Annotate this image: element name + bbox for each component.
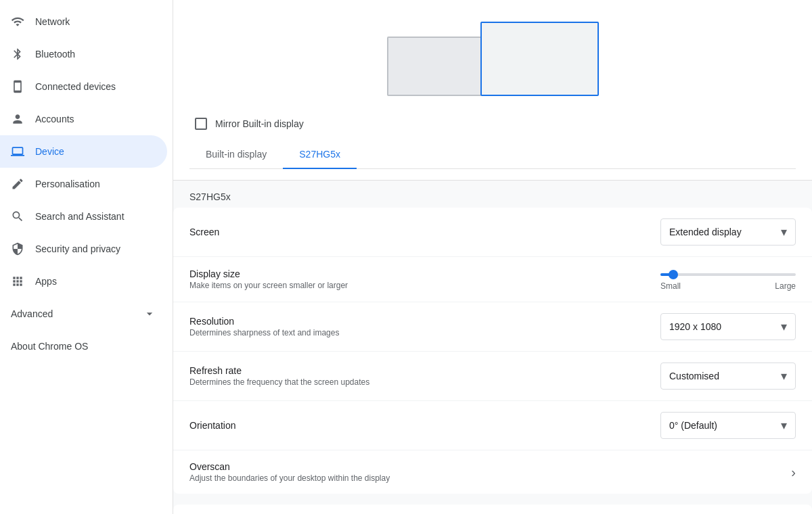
- sidebar-item-bluetooth-label: Bluetooth: [35, 49, 75, 60]
- sidebar-item-security[interactable]: Security and privacy: [0, 233, 167, 265]
- orientation-dropdown-value: 0° (Default): [669, 420, 717, 431]
- dropdown-arrow-orientation: ▾: [781, 418, 787, 433]
- security-icon: [11, 242, 24, 256]
- night-light-header: Night Light Make it easier to look at yo…: [173, 505, 812, 514]
- sidebar-about-label: About Chrome OS: [11, 341, 88, 352]
- phone-android-icon: [11, 80, 24, 93]
- resolution-dropdown[interactable]: 1920 x 1080 ▾: [660, 313, 796, 340]
- setting-row-overscan[interactable]: Overscan Adjust the boundaries of your d…: [173, 450, 812, 494]
- refresh-rate-label: Refresh rate: [189, 365, 369, 376]
- sidebar-item-device[interactable]: Device: [0, 135, 167, 168]
- sidebar-item-connected-devices-label: Connected devices: [35, 81, 116, 92]
- sidebar-item-personalisation-label: Personalisation: [35, 179, 100, 189]
- bluetooth-icon: [11, 47, 24, 61]
- overscan-label: Overscan: [189, 461, 390, 472]
- search-icon: [11, 210, 24, 223]
- orientation-label: Orientation: [189, 420, 235, 431]
- display-size-slider-container: Small Large: [660, 268, 796, 291]
- screen-label: Screen: [189, 227, 219, 237]
- builtin-display-box: [387, 37, 482, 96]
- setting-row-orientation: Orientation 0° (Default) ▾: [173, 401, 812, 450]
- overscan-chevron-right-icon: ›: [791, 465, 796, 480]
- settings-area: Screen Extended display ▾ Display size M…: [173, 208, 812, 494]
- chevron-down-icon: [143, 307, 156, 321]
- sidebar-item-network[interactable]: Network: [0, 5, 167, 38]
- mirror-row: Mirror Built-in display: [189, 118, 796, 130]
- tab-s27hg5x[interactable]: S27HG5x: [283, 141, 357, 169]
- overscan-sublabel: Adjust the boundaries of your desktop wi…: [189, 473, 390, 483]
- display-preview: [189, 11, 796, 101]
- refresh-rate-dropdown-value: Customised: [669, 371, 719, 381]
- wifi-icon: [11, 15, 24, 28]
- sidebar-item-device-label: Device: [35, 146, 64, 157]
- screen-dropdown[interactable]: Extended display ▾: [660, 218, 796, 246]
- dropdown-arrow-screen: ▾: [781, 225, 787, 239]
- slider-min-label: Small: [660, 281, 681, 291]
- setting-row-refresh-rate: Refresh rate Determines the frequency th…: [173, 352, 812, 401]
- tab-built-in[interactable]: Built-in display: [189, 141, 283, 169]
- sidebar-advanced-label: Advanced: [11, 308, 53, 319]
- display-size-label: Display size: [189, 268, 348, 279]
- sidebar-item-search-label: Search and Assistant: [35, 211, 125, 222]
- refresh-rate-dropdown[interactable]: Customised ▾: [660, 363, 796, 390]
- refresh-rate-sublabel: Determines the frequency that the screen…: [189, 377, 369, 387]
- orientation-dropdown[interactable]: 0° (Default) ▾: [660, 412, 796, 439]
- sidebar: Network Bluetooth Connected devices Acco…: [0, 0, 173, 514]
- external-display-box: [480, 22, 599, 96]
- resolution-label: Resolution: [189, 316, 339, 327]
- sidebar-item-connected-devices[interactable]: Connected devices: [0, 70, 167, 103]
- resolution-dropdown-value: 1920 x 1080: [669, 321, 721, 332]
- screen-dropdown-value: Extended display: [669, 227, 742, 237]
- slider-thumb[interactable]: [669, 270, 678, 279]
- sidebar-item-accounts[interactable]: Accounts: [0, 103, 167, 135]
- setting-row-screen: Screen Extended display ▾: [173, 208, 812, 257]
- setting-row-display-size: Display size Make items on your screen s…: [173, 257, 812, 302]
- edit-icon: [11, 177, 24, 191]
- main-content: Mirror Built-in display Built-in display…: [173, 0, 812, 514]
- apps-icon: [11, 275, 24, 288]
- mirror-checkbox[interactable]: [195, 118, 207, 130]
- sidebar-item-apps[interactable]: Apps: [0, 265, 167, 298]
- display-size-slider-track[interactable]: [660, 273, 796, 276]
- laptop-icon: [11, 145, 24, 158]
- sidebar-item-bluetooth[interactable]: Bluetooth: [0, 38, 167, 70]
- night-light-section: Night Light Make it easier to look at yo…: [173, 505, 812, 514]
- dropdown-arrow-refresh-rate: ▾: [781, 369, 787, 383]
- sidebar-item-security-label: Security and privacy: [35, 243, 120, 254]
- person-icon: [11, 112, 24, 126]
- display-section-title: S27HG5x: [173, 181, 812, 208]
- dropdown-arrow-resolution: ▾: [781, 319, 787, 334]
- sidebar-item-search-and-assistant[interactable]: Search and Assistant: [0, 200, 167, 233]
- sidebar-item-personalisation[interactable]: Personalisation: [0, 168, 167, 200]
- setting-row-resolution: Resolution Determines sharpness of text …: [173, 302, 812, 352]
- sidebar-advanced-section[interactable]: Advanced: [0, 298, 167, 330]
- display-preview-area: Mirror Built-in display Built-in display…: [173, 0, 812, 181]
- sidebar-about-chromeos[interactable]: About Chrome OS: [0, 330, 173, 363]
- sidebar-item-apps-label: Apps: [35, 276, 57, 287]
- slider-max-label: Large: [775, 281, 796, 291]
- content-wrapper: Mirror Built-in display Built-in display…: [173, 0, 812, 514]
- display-size-sublabel: Make items on your screen smaller or lar…: [189, 281, 348, 290]
- display-tabs: Built-in display S27HG5x: [189, 141, 796, 169]
- sidebar-item-network-label: Network: [35, 16, 70, 27]
- sidebar-item-accounts-label: Accounts: [35, 114, 74, 124]
- resolution-sublabel: Determines sharpness of text and images: [189, 328, 339, 337]
- mirror-label: Mirror Built-in display: [215, 118, 304, 129]
